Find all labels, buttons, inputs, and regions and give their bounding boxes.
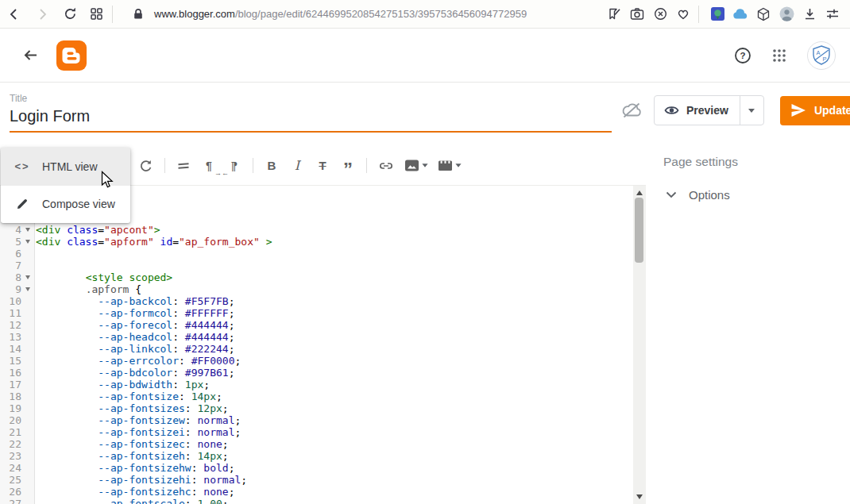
svg-text:?: ? [740,51,745,60]
browser-back-icon[interactable] [6,6,22,22]
code-line[interactable]: 11 --ap-formcol: #FFFFFF; [0,307,633,319]
code-line[interactable]: 20 --ap-fontsizew: normal; [0,414,633,426]
fold-arrow-icon[interactable] [21,224,34,236]
insert-image-button[interactable] [404,159,428,173]
line-number: 5 [0,236,21,248]
code-line[interactable]: 25 --ap-fontsizehi: normal; [0,474,633,486]
code-line[interactable]: 23 --ap-fontsizeh: 14px; [0,450,633,462]
html-code-editor[interactable]: 1234<div class="apcont">5<div class="apf… [0,185,646,504]
code-text: --ap-fontscale: 1.00; [34,498,229,504]
code-line[interactable]: 15 --ap-errcolor: #FF0000; [0,355,633,367]
line-number: 25 [0,474,21,486]
line-number: 15 [0,355,21,367]
code-line[interactable]: 17 --ap-bdwidth: 1px; [0,379,633,391]
heart-icon[interactable] [675,6,691,22]
code-line[interactable]: 10 --ap-backcol: #F5F7FB; [0,295,633,307]
italic-icon[interactable]: I [290,158,304,174]
editor-scrollbar[interactable] [633,186,646,504]
fold-gutter [21,248,34,260]
strikethrough-icon[interactable]: T [315,158,330,174]
code-line[interactable]: 9 .apform { [0,283,633,295]
tune-icon[interactable] [825,6,840,22]
update-button[interactable]: Update [780,96,850,125]
code-line[interactable]: 21 --ap-fontsizei: normal; [0,426,633,438]
code-line[interactable]: 26 --ap-fontsizehc: none; [0,486,633,498]
blogger-page-editor: www.blogger.com/blog/page/edit/624469952… [0,0,850,504]
bold-icon[interactable]: B [265,158,279,174]
code-text: .apform { [34,283,141,295]
page-title-field[interactable]: Title Login Form [10,93,612,133]
fold-arrow-icon[interactable] [21,271,34,283]
cloud-sync-icon[interactable] [732,6,748,22]
code-text: --ap-fontsizec: none; [34,438,229,450]
download-icon[interactable] [802,6,817,22]
divider [164,158,165,173]
menu-item-label: Compose view [42,198,115,210]
alignment-icon[interactable] [176,158,191,174]
blogger-logo[interactable] [56,40,87,71]
pencil-icon [13,198,32,210]
redo-icon[interactable] [139,158,153,174]
code-text: --ap-fontsizew: normal; [34,414,241,426]
code-line[interactable]: 13 --ap-headcol: #444444; [0,331,633,343]
bookmark-edit-icon[interactable] [606,6,622,22]
browser-tiles-icon[interactable] [88,6,104,22]
line-number: 23 [0,450,21,462]
fold-gutter [21,260,34,271]
address-bar[interactable]: www.blogger.com/blog/page/edit/624469952… [154,8,527,20]
code-line[interactable]: 8 <style scoped> [0,271,633,283]
text-direction-ltr-icon[interactable]: ¶→ [202,158,216,174]
url-path: /blog/page/edit/6244699520854275153/3957… [235,8,527,20]
code-line[interactable]: 5<div class="apform" id="ap_form_box" > [0,236,633,248]
code-line[interactable]: 19 --ap-fontsizes: 12px; [0,402,633,414]
menu-item-compose-view[interactable]: Compose view [1,186,130,224]
chevron-down-icon [422,164,427,167]
browser-forward-icon[interactable] [34,6,50,22]
help-icon[interactable]: ? [734,47,751,64]
code-text: --ap-forecol: #444444; [34,319,234,331]
text-direction-rtl-icon[interactable]: ¶← [227,158,241,174]
fold-gutter [21,307,34,319]
code-line[interactable]: 24 --ap-fontsizehw: bold; [0,462,633,474]
code-line[interactable]: 4<div class="apcont"> [0,224,633,236]
code-lines[interactable]: 1234<div class="apcont">5<div class="apf… [0,188,633,504]
account-avatar[interactable]: A P [807,41,836,70]
package-icon[interactable] [755,6,771,22]
url-host: www.blogger.com [154,8,235,20]
app-header: ? A P [0,29,850,83]
code-line[interactable]: 16 --ap-bdcolor: #997B61; [0,367,633,379]
browser-profile-avatar[interactable] [779,6,794,22]
code-text: --ap-fontsizehc: none; [34,486,234,498]
extension-icon[interactable] [709,6,725,22]
scrollbar-thumb[interactable] [635,198,643,263]
lock-icon[interactable] [130,6,146,22]
close-circle-icon[interactable] [652,6,668,22]
preview-dropdown-toggle[interactable] [740,96,763,125]
video-icon [438,159,453,172]
image-icon [404,159,419,173]
options-expander[interactable]: Options [666,188,850,202]
apps-grid-icon[interactable] [772,48,786,63]
code-line[interactable]: 14 --ap-linkcol: #222244; [0,343,633,355]
code-line[interactable]: 6 [0,248,633,260]
code-line[interactable]: 27 --ap-fontscale: 1.00; [0,498,633,504]
title-input[interactable]: Login Form [10,107,612,133]
scroll-up-arrow[interactable] [636,190,643,195]
camera-icon[interactable] [629,6,645,22]
insert-video-button[interactable] [438,159,462,172]
browser-reload-icon[interactable] [62,6,78,22]
preview-button[interactable]: Preview [654,95,764,125]
fold-arrow-icon[interactable] [21,236,34,248]
code-line[interactable]: 22 --ap-fontsizec: none; [0,438,633,450]
line-number: 10 [0,295,21,307]
blockquote-icon[interactable]: ” [341,154,355,178]
scroll-down-arrow[interactable] [636,494,643,499]
fold-arrow-icon[interactable] [21,283,34,295]
code-line[interactable]: 12 --ap-forecol: #444444; [0,319,633,331]
back-arrow-icon[interactable] [22,47,39,63]
code-line[interactable]: 18 --ap-fontsize: 14px; [0,391,633,402]
chevron-down-icon [666,191,677,198]
code-line[interactable]: 7 [0,260,633,271]
fold-gutter [21,474,34,486]
link-icon[interactable] [378,158,394,174]
